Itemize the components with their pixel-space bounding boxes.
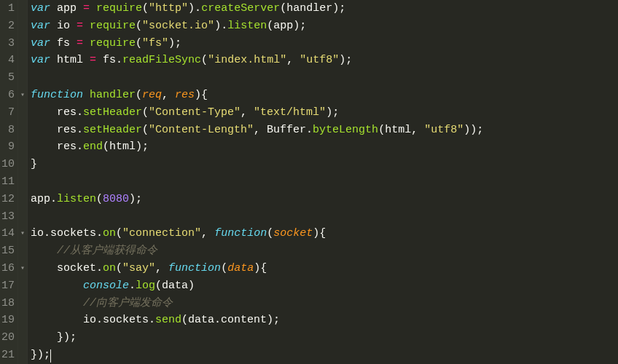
line-number: 12 bbox=[1, 191, 15, 208]
code-line[interactable]: res.setHeader("Content-Length", Buffer.b… bbox=[31, 122, 618, 139]
code-line[interactable]: res.end(html); bbox=[31, 138, 618, 156]
token-p: ); bbox=[168, 37, 181, 50]
code-line[interactable]: app.listen(8080); bbox=[31, 191, 618, 208]
line-number: 16 bbox=[1, 260, 15, 277]
fold-marker bbox=[18, 35, 27, 52]
token-p: ){ bbox=[313, 227, 326, 240]
token-num: 8080 bbox=[103, 193, 129, 205]
token-arg: req bbox=[142, 89, 162, 101]
token-p: ( bbox=[142, 124, 149, 136]
code-area[interactable]: var app = require("http").createServer(h… bbox=[28, 0, 618, 364]
line-number: 1 bbox=[1, 0, 15, 17]
token-id: res. bbox=[31, 141, 83, 153]
code-line[interactable]: }); bbox=[31, 329, 618, 347]
token-id: io bbox=[57, 20, 77, 32]
token-p: ( bbox=[136, 89, 142, 101]
token-fn: readFileSync bbox=[122, 54, 201, 66]
fold-marker bbox=[18, 17, 27, 35]
line-number: 20 bbox=[1, 329, 15, 347]
line-number: 8 bbox=[1, 122, 15, 139]
code-line[interactable] bbox=[31, 208, 618, 226]
code-line[interactable]: //向客户端发命令 bbox=[31, 295, 618, 312]
code-line[interactable]: var io = require("socket.io").listen(app… bbox=[31, 17, 618, 35]
token-p: , Buffer. bbox=[254, 124, 313, 136]
token-str: "utf8" bbox=[300, 54, 339, 66]
fold-marker bbox=[18, 295, 27, 312]
line-number: 14 bbox=[1, 225, 15, 242]
code-line[interactable]: var fs = require("fs"); bbox=[31, 35, 618, 52]
text-cursor bbox=[50, 349, 51, 363]
token-kw: var bbox=[31, 37, 57, 50]
code-line[interactable] bbox=[31, 173, 618, 191]
line-number: 19 bbox=[1, 312, 15, 329]
fold-marker bbox=[18, 69, 27, 87]
token-p: , bbox=[286, 54, 300, 66]
token-fn: listen bbox=[227, 20, 267, 32]
token-p: ( bbox=[221, 262, 227, 274]
token-id: io.sockets. bbox=[31, 227, 103, 240]
line-number: 3 bbox=[1, 35, 15, 52]
token-fn: require bbox=[90, 20, 136, 32]
code-line[interactable]: }); bbox=[31, 347, 618, 364]
token-p: (data) bbox=[155, 280, 195, 292]
token-p: (handler); bbox=[280, 2, 345, 15]
line-number: 9 bbox=[1, 138, 15, 156]
token-p: (app); bbox=[267, 20, 306, 32]
token-op: = bbox=[83, 2, 96, 15]
token-fn: on bbox=[103, 262, 116, 274]
token-arg: res bbox=[175, 89, 195, 101]
line-number: 7 bbox=[1, 104, 15, 122]
fold-marker[interactable]: ▾ bbox=[18, 225, 27, 242]
fold-marker[interactable]: ▾ bbox=[18, 87, 27, 104]
token-fn: require bbox=[96, 2, 142, 15]
code-line[interactable]: io.sockets.send(data.content); bbox=[31, 312, 618, 329]
code-line[interactable]: } bbox=[31, 156, 618, 173]
token-p: ( bbox=[136, 37, 142, 50]
token-p: (data.content); bbox=[181, 314, 280, 326]
fold-marker bbox=[18, 312, 27, 329]
fold-marker bbox=[18, 173, 27, 191]
code-line[interactable]: var app = require("http").createServer(h… bbox=[31, 0, 618, 17]
token-p: , bbox=[201, 227, 214, 240]
code-line[interactable]: console.log(data) bbox=[31, 277, 618, 295]
token-p: }); bbox=[31, 331, 77, 344]
token-id: app bbox=[57, 2, 83, 15]
token-fn: setHeader bbox=[83, 106, 142, 119]
code-line[interactable]: //从客户端获得命令 bbox=[31, 242, 618, 260]
token-str: "http" bbox=[149, 2, 188, 15]
token-id: res. bbox=[31, 106, 83, 119]
token-op: = bbox=[77, 37, 90, 50]
line-number: 21 bbox=[1, 347, 15, 364]
token-kw: var bbox=[31, 54, 57, 66]
fold-marker[interactable]: ▾ bbox=[18, 260, 27, 277]
token-str: "connection" bbox=[122, 227, 201, 240]
token-kw: function bbox=[31, 89, 90, 101]
token-p: ); bbox=[326, 106, 339, 119]
line-number: 10 bbox=[1, 156, 15, 173]
code-line[interactable]: var html = fs.readFileSync("index.html",… bbox=[31, 52, 618, 69]
code-line[interactable]: io.sockets.on("connection", function(soc… bbox=[31, 225, 618, 242]
token-op: = bbox=[77, 20, 90, 32]
token-str: "utf8" bbox=[424, 124, 464, 136]
token-id: res. bbox=[31, 124, 83, 136]
code-line[interactable] bbox=[31, 69, 618, 87]
token-id: socket. bbox=[31, 262, 103, 274]
fold-marker bbox=[18, 156, 27, 173]
code-editor[interactable]: 123456789101112131415161718192021 ▾▾▾ va… bbox=[0, 0, 618, 364]
token-str: "index.html" bbox=[208, 54, 286, 66]
code-line[interactable]: function handler(req, res){ bbox=[31, 87, 618, 104]
code-line[interactable]: res.setHeader("Content-Type", "text/html… bbox=[31, 104, 618, 122]
fold-marker bbox=[18, 0, 27, 17]
token-p: ( bbox=[116, 227, 122, 240]
token-p: ( bbox=[267, 227, 273, 240]
token-kw: function bbox=[214, 227, 267, 240]
code-line[interactable]: socket.on("say", function(data){ bbox=[31, 260, 618, 277]
token-p: }); bbox=[31, 349, 50, 361]
line-number: 17 bbox=[1, 277, 15, 295]
token-p: ); bbox=[129, 193, 142, 205]
token-p: ( bbox=[96, 193, 103, 205]
token-kw: function bbox=[168, 262, 221, 274]
token-p: , bbox=[162, 89, 175, 101]
token-fn: listen bbox=[57, 193, 96, 205]
fold-column[interactable]: ▾▾▾ bbox=[18, 0, 28, 364]
